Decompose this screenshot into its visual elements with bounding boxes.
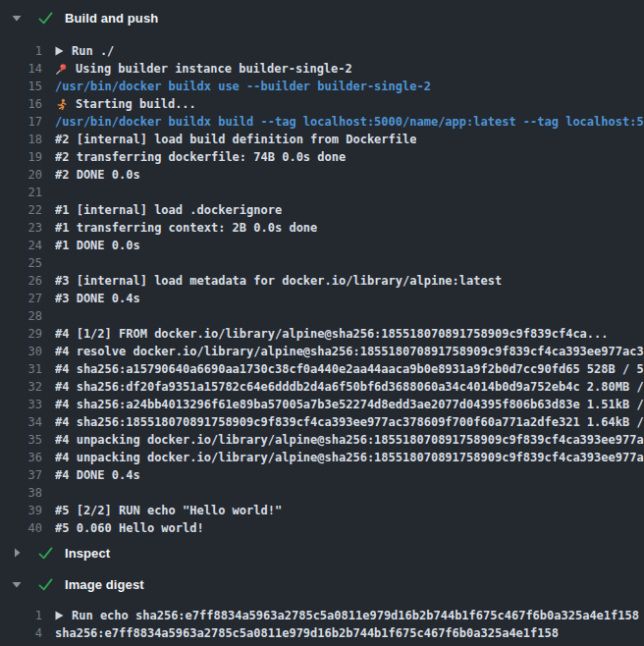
log-line: 37#4 DONE 0.4s: [0, 466, 644, 484]
line-number[interactable]: 25: [0, 256, 42, 270]
line-number[interactable]: 39: [0, 504, 42, 517]
log-text: /usr/bin/docker buildx build --tag local…: [55, 115, 644, 129]
log-line: 35#4 unpacking docker.io/library/alpine@…: [0, 431, 644, 449]
section-header-build-and-push[interactable]: Build and push: [0, 0, 644, 35]
section-title: Build and push: [65, 11, 158, 26]
line-number[interactable]: 16: [0, 97, 42, 111]
log-text: #5 0.060 Hello world!: [55, 521, 204, 535]
log-text: #4 sha256:df20fa9351a15782c64e6dddb2d4a6…: [55, 380, 644, 394]
log-lines-image-digest: 1Run echo sha256:e7ff8834a5963a2785c5a08…: [0, 600, 644, 642]
chevron-down-icon: [12, 14, 22, 23]
log-line: 34#4 sha256:185518070891758909c9f839cf4c…: [0, 413, 644, 431]
log-text: Run ./: [72, 44, 114, 58]
line-number[interactable]: 18: [0, 133, 42, 146]
line-number[interactable]: 36: [0, 451, 42, 464]
chevron-right-icon: [13, 548, 22, 558]
log-line: 38: [0, 484, 644, 502]
log-text: #4 unpacking docker.io/library/alpine@sh…: [55, 451, 644, 464]
log-text: sha256:e7ff8834a5963a2785c5a0811e979d16b…: [55, 626, 559, 640]
log-line: 23#1 transferring context: 2B 0.0s done: [0, 219, 644, 237]
check-icon: [38, 547, 53, 560]
log-group-line[interactable]: 1Run ./: [0, 42, 644, 60]
expand-run-icon: [55, 611, 64, 620]
line-number[interactable]: 23: [0, 221, 42, 235]
check-icon: [38, 578, 53, 591]
line-number[interactable]: 27: [0, 292, 42, 305]
line-number[interactable]: 38: [0, 486, 42, 500]
section-build-and-push: Build and push1Run ./14Using builder ins…: [0, 0, 644, 537]
line-number[interactable]: 17: [0, 115, 42, 129]
log-line: 20#2 DONE 0.0s: [0, 166, 644, 184]
log-line: 21: [0, 184, 644, 201]
log-line: 22#1 [internal] load .dockerignore: [0, 201, 644, 219]
log-text: #2 transferring dockerfile: 74B 0.0s don…: [55, 150, 346, 164]
runner-icon: [55, 98, 68, 111]
log-line: 15/usr/bin/docker buildx use --builder b…: [0, 78, 644, 95]
line-number[interactable]: 32: [0, 380, 42, 394]
log-line: 16Starting build...: [0, 95, 644, 113]
log-text: Run echo sha256:e7ff8834a5963a2785c5a081…: [72, 609, 639, 622]
line-number[interactable]: 37: [0, 468, 42, 482]
line-number[interactable]: 40: [0, 521, 42, 535]
log-group-line[interactable]: 1Run echo sha256:e7ff8834a5963a2785c5a08…: [0, 607, 644, 624]
line-number[interactable]: 31: [0, 362, 42, 376]
log-line: 14Using builder instance builder-single-…: [0, 60, 644, 78]
log-line: 33#4 sha256:a24bb4013296f61e89ba57005a7b…: [0, 396, 644, 413]
log-text: #4 [1/2] FROM docker.io/library/alpine@s…: [55, 327, 609, 341]
section-header-image-digest[interactable]: Image digest: [0, 568, 644, 600]
log-line: 18#2 [internal] load build definition fr…: [0, 131, 644, 148]
log-line: 19#2 transferring dockerfile: 74B 0.0s d…: [0, 148, 644, 166]
log-text: Starting build...: [76, 97, 196, 111]
log-text: #4 DONE 0.4s: [55, 468, 140, 482]
section-inspect: Inspect: [0, 537, 644, 568]
chevron-down-icon: [12, 580, 22, 589]
line-number[interactable]: 4: [0, 626, 42, 640]
line-number[interactable]: 1: [0, 609, 42, 622]
log-line: 32#4 sha256:df20fa9351a15782c64e6dddb2d4…: [0, 378, 644, 396]
line-number[interactable]: 19: [0, 150, 42, 164]
log-text: #2 [internal] load build definition from…: [55, 133, 416, 146]
line-number[interactable]: 34: [0, 415, 42, 429]
section-header-inspect[interactable]: Inspect: [0, 537, 644, 568]
log-text: #4 sha256:a24bb4013296f61e89ba57005a7b3e…: [55, 398, 644, 411]
pushpin-icon: [55, 63, 68, 76]
line-number[interactable]: 33: [0, 398, 42, 411]
log-text: /usr/bin/docker buildx use --builder bui…: [55, 80, 431, 93]
line-number[interactable]: 28: [0, 309, 42, 323]
log-line: 30#4 resolve docker.io/library/alpine@sh…: [0, 343, 644, 360]
log-line: 26#3 [internal] load metadata for docker…: [0, 272, 644, 290]
log-line: 31#4 sha256:a15790640a6690aa1730c38cf0a4…: [0, 360, 644, 378]
line-number[interactable]: 21: [0, 186, 42, 199]
log-lines-build-and-push: 1Run ./14Using builder instance builder-…: [0, 35, 644, 537]
log-container: Build and push1Run ./14Using builder ins…: [0, 0, 644, 642]
log-text: #4 sha256:a15790640a6690aa1730c38cf0a440…: [55, 362, 644, 376]
log-line: 29#4 [1/2] FROM docker.io/library/alpine…: [0, 325, 644, 343]
check-icon: [38, 12, 53, 25]
log-text: #3 [internal] load metadata for docker.i…: [55, 274, 502, 288]
log-line: 39#5 [2/2] RUN echo "Hello world!": [0, 502, 644, 519]
line-number[interactable]: 35: [0, 433, 42, 447]
log-line: 28: [0, 307, 644, 325]
log-text: #4 unpacking docker.io/library/alpine@sh…: [55, 433, 644, 447]
section-title: Inspect: [65, 546, 110, 561]
log-text: #4 resolve docker.io/library/alpine@sha2…: [55, 345, 644, 358]
log-text: #4 sha256:185518070891758909c9f839cf4ca3…: [55, 415, 644, 429]
line-number[interactable]: 26: [0, 274, 42, 288]
log-text: Using builder instance builder-single-2: [76, 62, 352, 76]
line-number[interactable]: 14: [0, 62, 42, 76]
log-line: 4sha256:e7ff8834a5963a2785c5a0811e979d16…: [0, 624, 644, 642]
line-number[interactable]: 15: [0, 80, 42, 93]
log-text: #1 transferring context: 2B 0.0s done: [55, 221, 317, 235]
log-line: 25: [0, 254, 644, 272]
line-number[interactable]: 30: [0, 345, 42, 358]
line-number[interactable]: 29: [0, 327, 42, 341]
section-image-digest: Image digest1Run echo sha256:e7ff8834a59…: [0, 568, 644, 642]
expand-run-icon: [55, 46, 64, 56]
line-number[interactable]: 20: [0, 168, 42, 182]
log-text: #3 DONE 0.4s: [55, 292, 140, 305]
line-number[interactable]: 22: [0, 203, 42, 217]
log-text: #5 [2/2] RUN echo "Hello world!": [55, 504, 282, 517]
section-title: Image digest: [65, 577, 144, 592]
line-number[interactable]: 1: [0, 44, 42, 58]
line-number[interactable]: 24: [0, 239, 42, 252]
